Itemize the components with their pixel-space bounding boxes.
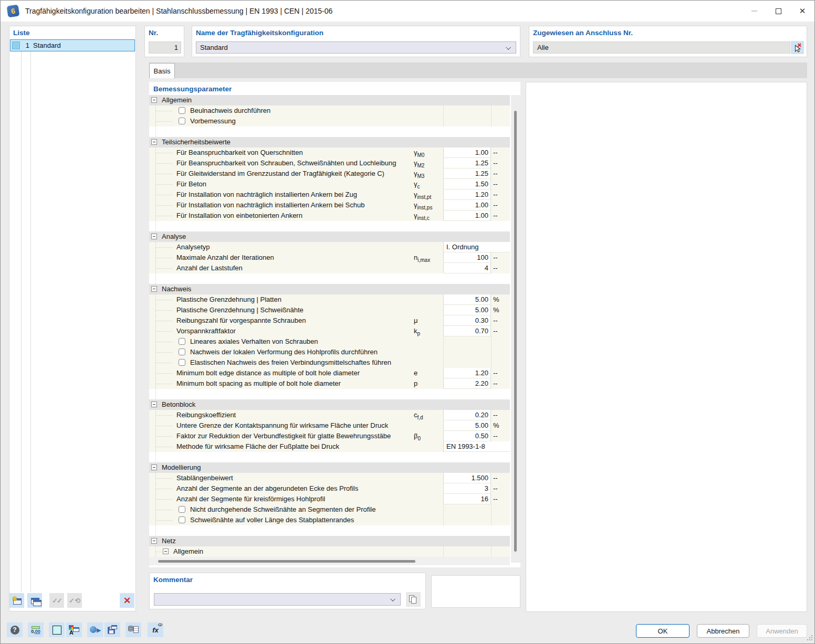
parameter-row (149, 525, 510, 536)
checkbox[interactable] (179, 118, 185, 124)
parameter-row: Plastische Grenzdehnung | Platten5.00% (149, 294, 510, 305)
parameter-row: Anzahl der Segmente an der abgerundeten … (149, 483, 510, 494)
parameter-row: Minimum bolt spacing as multiple of bolt… (149, 378, 510, 389)
liste-item-selected[interactable]: 1Standard (10, 39, 135, 51)
value-cell[interactable]: 0.30 (443, 315, 490, 326)
tab-strip: Basis (149, 62, 807, 78)
parameter-row: Vorbemessung (149, 116, 510, 126)
color-settings-button[interactable] (49, 622, 65, 637)
collapse-toggle-icon[interactable] (151, 538, 157, 544)
value-cell[interactable]: 1.20 (443, 189, 490, 200)
symbol: γinst,c (414, 212, 430, 221)
tab-basis[interactable]: Basis (149, 63, 175, 78)
value-cell[interactable]: 0.20 (443, 410, 490, 420)
symbol: γinst,pt (414, 191, 431, 200)
liste-toolbar: ✱✓✓✓⟲✕ (9, 593, 135, 609)
reset-checks-button: ✓⟲ (67, 593, 82, 608)
symbol: γinst,ps (414, 201, 432, 210)
checkbox[interactable] (179, 359, 185, 366)
section-header: Nachweis (149, 284, 510, 294)
unit-cell: -- (490, 189, 510, 200)
parameter-row: Anzahl der Segmente für kreisförmiges Ho… (149, 494, 510, 504)
parameter-row: Lineares axiales Verhalten von Schrauben (149, 336, 510, 347)
check-all-icon: ✓✓ (52, 597, 61, 605)
unit-cell: -- (490, 494, 510, 504)
copy-pages-icon (409, 595, 417, 604)
check-all-button: ✓✓ (49, 593, 64, 608)
select-connections-button[interactable] (791, 41, 804, 54)
value-cell[interactable]: 16 (443, 494, 490, 504)
kommentar-copy-button[interactable] (406, 592, 421, 607)
value-cell[interactable]: 1.00 (443, 210, 490, 221)
delete-config-button[interactable]: ✕ (120, 593, 134, 608)
display-properties-button[interactable]: A (66, 622, 82, 637)
name-group: Name der Tragfähigkeitskonfiguration Sta… (192, 26, 520, 57)
symbol: ni,max (414, 254, 430, 263)
checkbox[interactable] (179, 107, 185, 114)
value-cell[interactable]: 5.00 (443, 305, 490, 315)
value-cell[interactable]: 100 (443, 252, 490, 263)
value-cell[interactable]: 1.25 (443, 168, 490, 179)
value-cell[interactable]: 1.25 (443, 158, 490, 168)
cancel-button[interactable]: Abbrechen (697, 624, 749, 638)
parameter-row: Elastischen Nachweis des freien Verbindu… (149, 357, 510, 368)
parameter-row: Allgemein (149, 546, 510, 557)
value-cell[interactable]: 3 (443, 483, 490, 494)
preview-panel (526, 82, 807, 612)
value-cell[interactable]: 0.70 (443, 326, 490, 336)
liste-grid-lines (9, 51, 135, 592)
value-cell[interactable]: 1.00 (443, 147, 490, 158)
value-cell[interactable]: I. Ordnung (443, 242, 510, 252)
checkbox[interactable] (179, 506, 185, 513)
vertical-scrollbar[interactable] (511, 95, 520, 563)
collapse-toggle-icon[interactable] (151, 97, 157, 103)
save-defaults-button[interactable] (105, 622, 120, 637)
collapse-toggle-icon[interactable] (151, 139, 157, 145)
collapse-toggle-icon[interactable] (163, 548, 169, 554)
chevron-down-icon (390, 596, 395, 601)
value-cell[interactable]: 2.20 (443, 378, 490, 389)
ok-button[interactable]: OK (636, 624, 689, 638)
parameter-row: Schweißnähte auf voller Länge des Stabpl… (149, 515, 510, 525)
kommentar-combobox[interactable] (154, 593, 401, 606)
value-cell[interactable]: 1.50 (443, 179, 490, 189)
checkbox[interactable] (179, 349, 185, 355)
maximize-button[interactable] (766, 1, 790, 22)
value-cell[interactable]: 1.20 (443, 368, 490, 378)
import-export-button[interactable] (126, 622, 141, 637)
name-combobox[interactable]: Standard (196, 41, 516, 54)
value-cell[interactable]: 5.00 (443, 294, 490, 305)
chevron-down-icon (506, 45, 511, 50)
vertical-scrollbar-thumb[interactable] (514, 111, 517, 552)
value-cell[interactable]: 1.500 (443, 473, 490, 483)
collapse-toggle-icon[interactable] (151, 234, 157, 239)
resize-grip[interactable] (806, 634, 812, 640)
close-button[interactable]: ✕ (790, 1, 814, 22)
database-icon (128, 626, 139, 635)
new-config-button[interactable]: ✱ (9, 593, 24, 608)
collapse-toggle-icon[interactable] (151, 402, 157, 407)
assigned-field[interactable]: Alle (533, 41, 790, 54)
value-cell[interactable]: 5.00 (443, 420, 490, 431)
value-cell[interactable]: EN 1993-1-8 (443, 441, 510, 452)
liste-item-name: Standard (33, 41, 61, 49)
copy-config-button[interactable] (27, 593, 42, 608)
checkbox[interactable] (179, 338, 185, 345)
liste-panel: Liste 1Standard ✱✓✓✓⟲✕ (9, 26, 136, 611)
formula-view-button[interactable]: fx (148, 622, 163, 637)
help-button[interactable]: ? (7, 622, 23, 637)
value-cell[interactable]: 4 (443, 263, 490, 273)
transfer-button[interactable]: ▶ (87, 622, 103, 637)
checkbox[interactable] (179, 516, 185, 523)
value-cell[interactable]: 0.50 (443, 431, 490, 441)
collapse-toggle-icon[interactable] (151, 286, 157, 292)
horizontal-scrollbar-thumb[interactable] (158, 560, 415, 563)
unit-cell: -- (490, 431, 510, 441)
parameter-row: Für Beanspruchbarkeit von Schrauben, Sch… (149, 158, 510, 168)
value-cell[interactable]: 1.00 (443, 200, 490, 210)
assigned-group: Zugewiesen an Anschluss Nr. Alle (529, 26, 807, 57)
liste-label: Liste (13, 29, 30, 37)
collapse-toggle-icon[interactable] (151, 464, 157, 470)
units-settings-button[interactable]: 0,00 (28, 622, 44, 637)
horizontal-scrollbar[interactable] (149, 557, 510, 565)
